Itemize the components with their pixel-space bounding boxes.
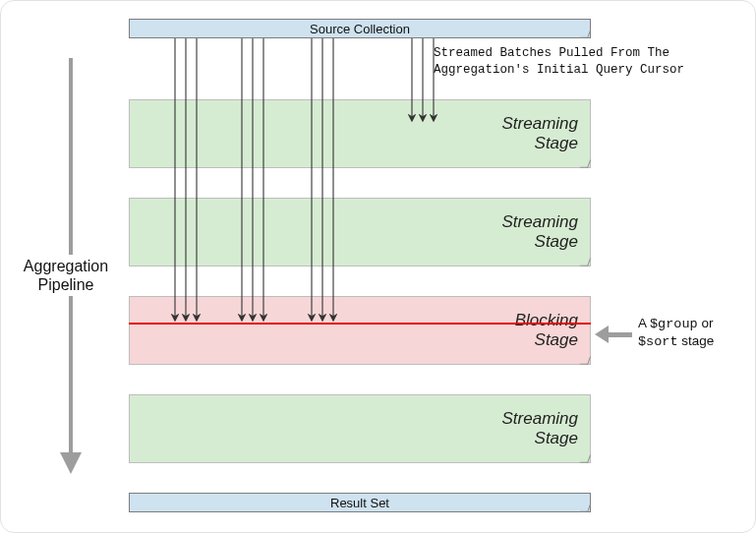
batch-note-line1: Streamed Batches Pulled From The xyxy=(434,46,669,60)
pipeline-label-line1: Aggregation xyxy=(24,258,108,274)
pipeline-label: Aggregation Pipeline xyxy=(9,255,123,296)
pipeline-label-line2: Pipeline xyxy=(38,276,94,293)
result-set-band: Result Set xyxy=(129,493,591,512)
blocking-stage: Blocking Stage xyxy=(129,296,591,365)
blocking-red-line xyxy=(129,323,591,325)
source-collection-band: Source Collection xyxy=(129,19,591,38)
diagram-frame: Aggregation Pipeline Source Collection S… xyxy=(0,0,756,533)
streaming-stage-2: Streaming Stage xyxy=(129,198,591,266)
blocking-stage-title: Blocking Stage xyxy=(515,311,578,350)
streaming-stage-3-title: Streaming Stage xyxy=(502,409,578,448)
result-set-label: Result Set xyxy=(130,496,590,510)
source-collection-label: Source Collection xyxy=(130,22,590,36)
blocking-callout-text: A $group or $sort stage xyxy=(638,316,751,351)
batch-note: Streamed Batches Pulled From The Aggrega… xyxy=(434,45,684,79)
streaming-stage-1: Streaming Stage xyxy=(129,99,591,168)
batch-note-line2: Aggregation's Initial Query Cursor xyxy=(434,63,684,77)
streaming-stage-2-title: Streaming Stage xyxy=(502,212,578,252)
blocking-callout-arrow xyxy=(595,326,632,343)
streaming-stage-3: Streaming Stage xyxy=(129,394,591,463)
streaming-stage-1-title: Streaming Stage xyxy=(502,114,578,153)
